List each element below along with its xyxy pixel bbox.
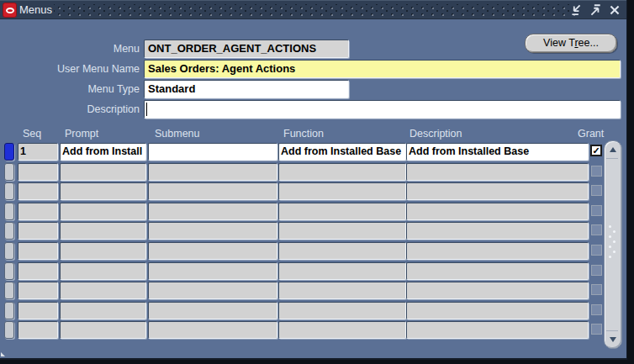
record-selector[interactable] (4, 262, 14, 280)
cell-prompt[interactable] (60, 163, 146, 181)
menu-type-label: Menu Type (0, 80, 140, 98)
col-header-submenu: Submenu (155, 128, 200, 140)
cell-seq[interactable] (18, 262, 58, 280)
cell-function[interactable] (278, 203, 406, 220)
menu-label: Menu (0, 40, 140, 58)
cell-seq[interactable]: 1 (18, 143, 58, 161)
view-tree-button[interactable]: View Tree... (525, 34, 617, 53)
resize-corner[interactable] (1, 352, 5, 356)
table-row (0, 302, 626, 319)
cell-submenu[interactable] (148, 182, 277, 200)
menu-type-field[interactable]: Standard (144, 80, 349, 98)
record-selector[interactable] (4, 321, 14, 339)
cell-function[interactable] (278, 182, 406, 200)
cell-submenu[interactable] (148, 242, 277, 260)
table-row: 1Add from InstallAdd from Installed Base… (0, 143, 626, 161)
record-selector[interactable] (4, 302, 14, 319)
table-row (0, 321, 626, 339)
close-icon[interactable] (608, 3, 621, 17)
menus-window: Menus Menu User Menu Name Menu Type Desc… (0, 0, 627, 360)
cell-prompt[interactable] (60, 282, 146, 299)
cell-seq[interactable] (18, 203, 58, 220)
cell-description[interactable]: Add from Installed Base (406, 143, 589, 161)
record-selector[interactable] (4, 163, 14, 181)
cell-function[interactable]: Add from Installed Base (278, 143, 406, 161)
table-row (0, 282, 626, 299)
titlebar[interactable]: Menus (0, 0, 626, 19)
cell-prompt[interactable] (60, 242, 146, 260)
cell-description[interactable] (406, 222, 589, 240)
cell-prompt[interactable] (60, 321, 146, 339)
col-header-seq: Seq (23, 128, 41, 140)
user-menu-name-field[interactable]: Sales Orders: Agent Actions (144, 60, 621, 78)
grant-checkbox[interactable] (591, 265, 602, 276)
cell-prompt[interactable]: Add from Install (60, 143, 146, 161)
cell-submenu[interactable] (148, 282, 277, 299)
grant-checkbox[interactable] (591, 284, 602, 295)
cell-seq[interactable] (18, 242, 58, 260)
cell-description[interactable] (406, 163, 589, 181)
oracle-logo-icon (3, 3, 17, 18)
table-row (0, 222, 626, 240)
record-selector[interactable] (4, 242, 14, 260)
grant-checkbox[interactable] (591, 185, 602, 196)
cell-function[interactable] (278, 302, 406, 319)
cell-description[interactable] (406, 302, 589, 319)
cell-description[interactable] (406, 203, 589, 220)
titlebar-grip-texture (54, 4, 577, 16)
cell-function[interactable] (278, 321, 406, 339)
cell-submenu[interactable] (148, 203, 277, 220)
scrollbar-divider (606, 330, 618, 331)
grant-checkbox[interactable] (591, 166, 602, 177)
cell-prompt[interactable] (60, 222, 146, 240)
cell-description[interactable] (406, 321, 589, 339)
window-title: Menus (19, 1, 52, 18)
table-row (0, 242, 626, 260)
cell-seq[interactable] (18, 222, 58, 240)
cell-submenu[interactable] (148, 321, 277, 339)
menu-field[interactable]: ONT_ORDER_AGENT_ACTIONS (144, 40, 349, 58)
cell-submenu[interactable] (148, 222, 277, 240)
restore-icon[interactable] (589, 3, 602, 17)
scrollbar-thumb-grip[interactable] (609, 225, 611, 228)
record-selector[interactable] (4, 222, 14, 240)
grant-checkbox[interactable] (591, 224, 602, 235)
record-selector[interactable] (4, 182, 14, 200)
cell-function[interactable] (278, 242, 406, 260)
record-selector[interactable] (4, 282, 14, 299)
description-field[interactable] (144, 100, 621, 119)
scroll-down-icon[interactable] (610, 337, 616, 342)
cell-submenu[interactable] (148, 163, 277, 181)
cell-prompt[interactable] (60, 182, 146, 200)
cell-description[interactable] (406, 262, 589, 280)
cell-seq[interactable] (18, 182, 58, 200)
cell-seq[interactable] (18, 163, 58, 181)
grant-checkbox[interactable] (591, 304, 602, 315)
cell-function[interactable] (278, 222, 406, 240)
minimize-icon[interactable] (569, 3, 583, 17)
cell-description[interactable] (406, 182, 589, 200)
cell-seq[interactable] (18, 321, 58, 339)
cell-prompt[interactable] (60, 203, 146, 220)
cell-description[interactable] (406, 242, 589, 260)
cell-prompt[interactable] (60, 262, 146, 280)
table-scrollbar[interactable] (604, 140, 622, 349)
cell-submenu[interactable] (148, 262, 277, 280)
cell-submenu[interactable] (148, 302, 277, 319)
record-selector[interactable] (4, 203, 14, 220)
cell-function[interactable] (278, 163, 406, 181)
grant-checkbox[interactable] (591, 245, 602, 256)
cell-prompt[interactable] (60, 302, 146, 319)
cell-seq[interactable] (18, 302, 58, 319)
record-selector[interactable] (4, 143, 14, 161)
scroll-up-icon[interactable] (610, 147, 616, 152)
col-header-description: Description (409, 128, 462, 140)
cell-description[interactable] (406, 282, 589, 299)
cell-function[interactable] (278, 262, 406, 280)
grant-checkbox[interactable]: ✓ (590, 145, 602, 156)
grant-checkbox[interactable] (591, 324, 602, 335)
cell-seq[interactable] (18, 282, 58, 299)
cell-submenu[interactable] (148, 143, 277, 161)
cell-function[interactable] (278, 282, 406, 299)
grant-checkbox[interactable] (591, 205, 602, 216)
